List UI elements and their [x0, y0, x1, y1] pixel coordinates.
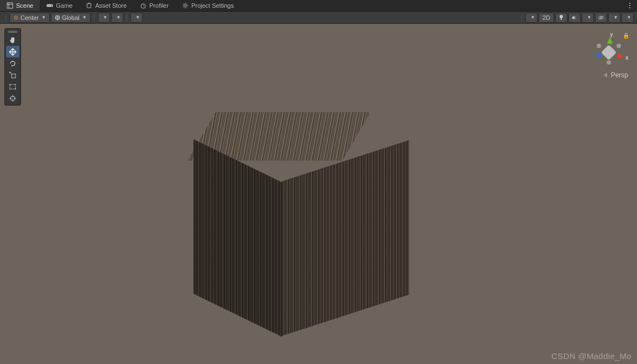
svg-rect-0	[7, 3, 13, 8]
space-mode-label: Global	[62, 14, 80, 21]
axis-z-cone[interactable]	[594, 51, 602, 59]
tab-scene[interactable]: Scene	[0, 0, 40, 11]
tab-asset-store[interactable]: Asset Store	[79, 0, 133, 11]
transform-tool[interactable]	[6, 92, 19, 104]
pivot-mode-label: Center	[20, 14, 39, 21]
rect-tool[interactable]	[6, 81, 19, 92]
transform-icon	[9, 94, 17, 102]
cube-face-right	[282, 140, 409, 336]
svg-point-49	[15, 88, 16, 89]
svg-point-48	[9, 88, 11, 89]
snap-dropdown[interactable]: ▼	[111, 13, 123, 23]
eye-icon	[598, 15, 604, 20]
profiler-icon	[140, 2, 147, 9]
svg-point-46	[9, 84, 11, 85]
rotate-tool[interactable]	[6, 57, 19, 69]
svg-rect-45	[10, 85, 15, 89]
chevron-down-icon: ▼	[103, 15, 107, 20]
separator	[521, 14, 522, 22]
grid-snap-dropdown[interactable]: ▼	[98, 13, 110, 23]
tab-profiler[interactable]: Profiler	[133, 0, 175, 11]
globe-icon	[55, 15, 60, 20]
mode-2d-label: 2D	[542, 14, 550, 21]
tab-game[interactable]: Game	[40, 0, 79, 11]
svg-point-18	[629, 5, 630, 6]
hand-tool[interactable]	[6, 34, 19, 46]
svg-point-19	[629, 7, 630, 8]
tab-scene-label: Scene	[16, 2, 33, 9]
space-mode-dropdown[interactable]: Global ▼	[51, 13, 91, 23]
mode-2d-toggle[interactable]: 2D	[539, 13, 554, 23]
separator	[94, 14, 95, 22]
svg-line-15	[186, 4, 187, 5]
tab-bar: Scene Game Asset Store Profiler Project …	[0, 0, 637, 12]
toolbar-right: ▼ 2D ▼ ▼ ▼	[519, 13, 634, 23]
move-tool[interactable]	[6, 46, 19, 57]
persp-icon	[604, 72, 609, 78]
projection-mode[interactable]: Persp	[589, 71, 628, 79]
rect-icon	[9, 83, 17, 91]
axis-y-cone[interactable]	[607, 37, 613, 44]
tool-palette	[4, 28, 21, 105]
svg-line-13	[183, 4, 184, 5]
svg-line-16	[183, 7, 184, 8]
axis-x-label: x	[625, 55, 629, 61]
chevron-down-icon: ▼	[41, 15, 46, 20]
increment-snap-dropdown[interactable]: ▼	[130, 13, 143, 23]
scene-icon	[7, 2, 13, 9]
gear-icon	[182, 2, 189, 9]
lighting-toggle[interactable]	[555, 13, 567, 23]
hand-icon	[9, 36, 17, 44]
tab-project-settings[interactable]: Project Settings	[175, 0, 241, 11]
chevron-down-icon: ▼	[82, 15, 87, 20]
svg-point-4	[51, 5, 53, 6]
scale-icon	[9, 71, 17, 79]
svg-line-6	[143, 5, 144, 6]
chevron-down-icon: ▼	[116, 15, 121, 20]
chevron-down-icon: ▼	[135, 15, 140, 20]
axis-neg-nub[interactable]	[597, 44, 601, 48]
effects-dropdown[interactable]: ▼	[582, 13, 594, 23]
svg-line-14	[186, 7, 187, 8]
palette-grip[interactable]	[6, 30, 19, 33]
game-icon	[46, 2, 53, 9]
separator	[6, 14, 6, 22]
tab-asset-store-label: Asset Store	[95, 2, 127, 9]
gizmos-dropdown[interactable]: ▼	[622, 13, 634, 23]
svg-rect-43	[12, 74, 15, 78]
debug-draw-dropdown[interactable]: ▼	[525, 13, 537, 23]
speaker-icon	[572, 15, 577, 20]
visibility-toggle[interactable]	[595, 13, 607, 23]
svg-point-21	[15, 17, 17, 18]
axis-neg-nub[interactable]	[607, 60, 611, 65]
scene-viewport[interactable]: 🔒 y x Persp CSDN @Maddie_Mo	[0, 24, 637, 364]
move-icon	[9, 48, 17, 56]
svg-rect-34	[561, 18, 562, 20]
lightbulb-icon	[558, 14, 564, 21]
scene-toolbar: Center ▼ Global ▼ ▼ ▼ ▼ ▼ 2D	[0, 12, 637, 24]
svg-point-33	[560, 15, 563, 18]
audio-toggle[interactable]	[568, 13, 581, 23]
tab-profiler-label: Profiler	[149, 2, 169, 9]
gizmo-center	[601, 45, 617, 60]
asset-store-icon	[86, 2, 92, 9]
pivot-mode-dropdown[interactable]: Center ▼	[9, 13, 50, 23]
chevron-down-icon: ▼	[587, 15, 592, 20]
axis-x-cone[interactable]	[618, 54, 624, 59]
camera-dropdown[interactable]: ▼	[608, 13, 620, 23]
orientation-gizmo[interactable]: 🔒 y x Persp	[589, 33, 628, 79]
svg-point-17	[629, 3, 630, 4]
chevron-down-icon: ▼	[614, 15, 618, 20]
scale-tool[interactable]	[6, 69, 19, 81]
axis-gizmo[interactable]: y x	[592, 37, 625, 68]
pivot-icon	[13, 15, 19, 20]
persp-label: Persp	[611, 71, 628, 79]
tab-project-settings-label: Project Settings	[191, 2, 234, 9]
rotate-icon	[9, 60, 17, 67]
scene-object-cube[interactable]	[188, 112, 409, 333]
watermark: CSDN @Maddie_Mo	[551, 351, 631, 361]
cube-face-left	[194, 139, 282, 337]
kebab-menu-icon[interactable]	[627, 2, 633, 9]
axis-neg-nub[interactable]	[617, 44, 621, 48]
axis-y-label: y	[610, 31, 613, 38]
